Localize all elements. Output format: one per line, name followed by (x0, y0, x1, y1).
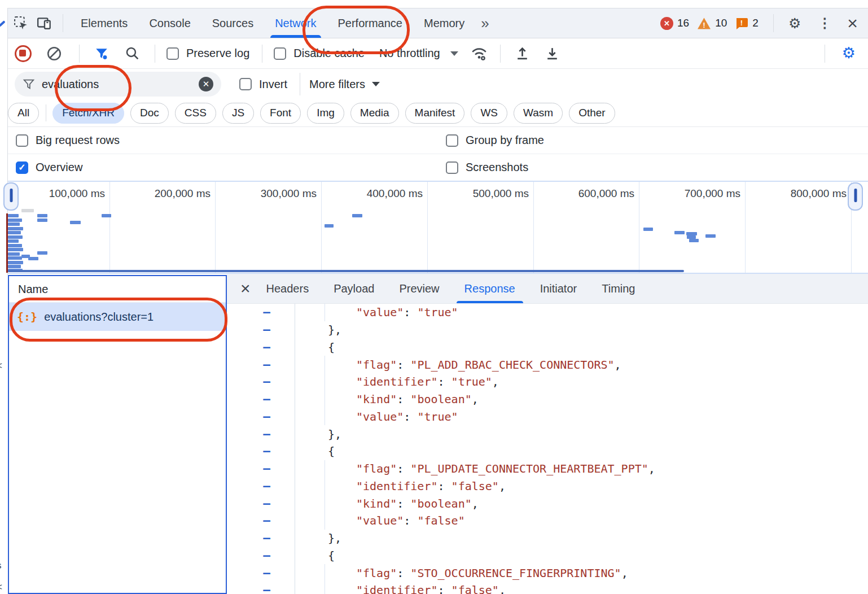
detail-tab-payload[interactable]: Payload (334, 274, 374, 303)
invert-checkbox[interactable] (239, 78, 252, 90)
disable-cache-checkbox[interactable] (274, 47, 286, 60)
tab-elements[interactable]: Elements (81, 8, 128, 38)
search-icon[interactable] (125, 46, 140, 61)
settings-gear-icon[interactable]: ⚙ (788, 16, 801, 30)
network-conditions-icon[interactable] (471, 46, 488, 62)
more-filters-button[interactable]: More filters (309, 78, 365, 91)
filter-input-value[interactable]: evaluations (42, 78, 199, 91)
chip-other[interactable]: Other (569, 103, 615, 124)
chip-wasm[interactable]: Wasm (514, 103, 563, 124)
detail-tab-headers[interactable]: Headers (266, 274, 309, 303)
more-tabs-icon[interactable]: » (481, 8, 489, 38)
line-marker: – (227, 408, 295, 426)
timeline-gridline (745, 182, 746, 273)
json-punctuation-token: , (621, 566, 628, 580)
clear-network-log-icon[interactable] (46, 46, 62, 62)
response-body-viewer[interactable]: –"value": "true"–},–{–"flag": "PL_ADD_RB… (227, 304, 868, 594)
inspect-element-icon[interactable] (14, 16, 29, 31)
issues-icon[interactable]: ! (735, 17, 748, 30)
chip-font[interactable]: Font (260, 103, 301, 124)
chip-css[interactable]: CSS (175, 103, 216, 124)
network-overview-timeline[interactable]: 100,000 ms200,000 ms300,000 ms400,000 ms… (8, 181, 868, 274)
json-punctuation-token: }, (328, 427, 341, 441)
tab-performance[interactable]: Performance (338, 8, 403, 38)
detail-tab-timing[interactable]: Timing (602, 274, 635, 303)
page-behind-fragment: s (0, 560, 2, 571)
line-marker: – (227, 512, 295, 530)
clear-filter-icon[interactable]: ✕ (199, 77, 213, 91)
timeline-gridline (533, 182, 534, 273)
json-punctuation-token: , (499, 583, 506, 594)
detail-tab-initiator[interactable]: Initiator (540, 274, 577, 303)
kebab-menu-icon[interactable]: ⋮ (818, 16, 831, 30)
screenshots-checkbox[interactable] (446, 161, 458, 174)
code-line: –}, (227, 425, 868, 443)
group-by-frame-checkbox[interactable] (446, 134, 458, 147)
overview-scrollbar[interactable] (8, 270, 684, 272)
divider (773, 14, 774, 32)
group-by-frame-label: Group by frame (466, 134, 544, 147)
overview-right-handle[interactable] (848, 182, 863, 211)
chip-all[interactable]: All (8, 103, 39, 124)
filter-icon[interactable] (94, 46, 109, 61)
chevron-down-icon[interactable] (372, 82, 380, 86)
filter-input[interactable]: evaluations ✕ (15, 72, 221, 97)
import-har-icon[interactable] (515, 46, 530, 61)
detail-tab-preview[interactable]: Preview (399, 274, 439, 303)
disable-cache-label: Disable cache (293, 47, 365, 60)
json-string-token: "false" (451, 583, 499, 594)
close-devtools-icon[interactable]: × (847, 14, 858, 32)
json-punctuation-token: : (397, 566, 410, 580)
chip-fetch-xhr[interactable]: Fetch/XHR (52, 103, 124, 124)
detail-tab-strip: × HeadersPayloadPreviewResponseInitiator… (227, 274, 868, 304)
warning-count-icon[interactable]: ! (697, 17, 711, 30)
device-toolbar-icon[interactable] (37, 15, 52, 31)
network-options-row-2: ✓ Overview Screenshots (8, 154, 868, 181)
request-timeline-bar (705, 234, 716, 238)
divider (825, 45, 825, 63)
json-string-token: "value" (356, 410, 404, 423)
detail-tab-response[interactable]: Response (464, 274, 515, 303)
chip-manifest[interactable]: Manifest (405, 103, 465, 124)
line-marker: – (227, 373, 295, 391)
chevron-down-icon[interactable] (450, 51, 458, 56)
line-marker: – (227, 339, 295, 356)
chip-media[interactable]: Media (350, 103, 399, 124)
request-timeline-bar (37, 251, 47, 255)
code-line: –"identifier": "false", (227, 582, 868, 594)
overview-left-handle[interactable] (3, 182, 19, 211)
code-line-content: "flag": "PL_UPDATE_CONNECTOR_HEARTBEAT_P… (295, 460, 655, 478)
warning-count[interactable]: 10 (715, 17, 727, 29)
code-line-content: }, (295, 530, 341, 547)
preserve-log-label: Preserve log (186, 47, 249, 60)
issues-count[interactable]: 2 (752, 17, 759, 29)
tab-console[interactable]: Console (149, 8, 190, 38)
overview-checkbox[interactable]: ✓ (16, 161, 28, 174)
record-network-log-button[interactable] (15, 45, 32, 62)
close-detail-icon[interactable]: × (240, 280, 251, 297)
timeline-tick-label: 200,000 ms (155, 187, 211, 200)
chip-img[interactable]: Img (307, 103, 344, 124)
network-settings-gear-icon[interactable]: ⚙ (842, 46, 856, 61)
chip-ws[interactable]: WS (471, 103, 507, 124)
name-column-header[interactable]: Name (9, 276, 226, 303)
error-count[interactable]: 16 (677, 17, 689, 29)
timeline-tick-label: 700,000 ms (685, 187, 740, 200)
request-row[interactable]: {:}evaluations?cluster=1 (9, 303, 226, 331)
big-request-rows-checkbox[interactable] (16, 134, 28, 147)
throttling-select[interactable]: No throttling (379, 47, 440, 60)
error-count-icon[interactable]: ✕ (660, 17, 673, 30)
chip-doc[interactable]: Doc (130, 103, 169, 124)
tab-memory[interactable]: Memory (424, 8, 464, 38)
line-marker: – (227, 495, 295, 512)
preserve-log-checkbox[interactable] (166, 47, 179, 60)
timeline-tick-label: 600,000 ms (578, 187, 634, 200)
timeline-gridline (427, 182, 428, 273)
tab-sources[interactable]: Sources (212, 8, 253, 38)
request-timeline-bar (8, 252, 20, 256)
code-line: –"kind": "boolean", (227, 495, 868, 512)
tab-network[interactable]: Network (275, 8, 316, 38)
chip-js[interactable]: JS (222, 103, 254, 124)
export-har-icon[interactable] (545, 46, 560, 61)
request-timeline-bar (674, 231, 685, 234)
